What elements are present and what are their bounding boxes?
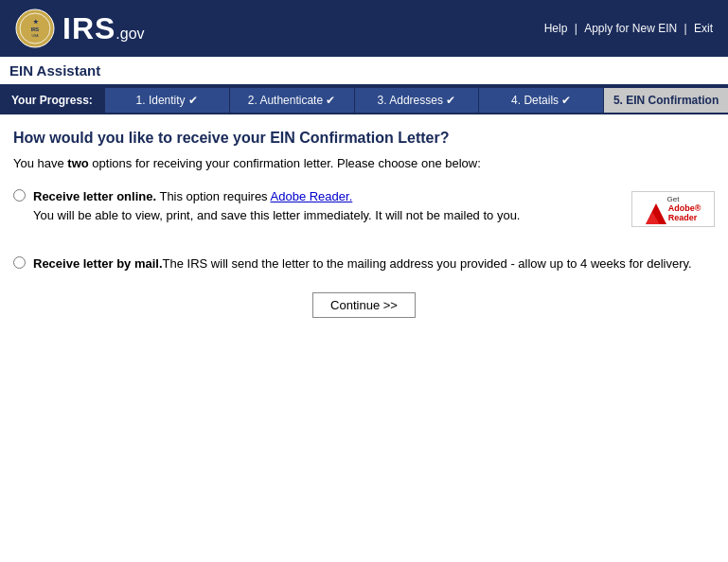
option2-text: Receive letter by mail.The IRS will send…	[33, 255, 692, 273]
adobe-reader-text: Adobe®Reader	[668, 204, 701, 223]
apply-ein-link[interactable]: Apply for New EIN	[584, 22, 677, 35]
exit-link[interactable]: Exit	[694, 22, 713, 35]
option2-row: Receive letter by mail.The IRS will send…	[13, 255, 715, 273]
progress-step-identity: 1. Identity ✔	[104, 88, 229, 113]
progress-steps: 1. Identity ✔ 2. Authenticate ✔ 3. Addre…	[104, 88, 728, 113]
irs-logo-text: IRS.gov	[62, 11, 145, 46]
irs-seal-icon: ★ IRS USA	[15, 9, 55, 48]
continue-button[interactable]: Continue >>	[312, 292, 416, 318]
svg-text:USA: USA	[31, 34, 39, 38]
option1-radio[interactable]	[13, 189, 26, 202]
button-row: Continue >>	[13, 292, 715, 318]
site-header: ★ IRS USA IRS.gov Help | Apply for New E…	[0, 0, 728, 57]
option2-label-normal: The IRS will send the letter to the mail…	[163, 256, 692, 271]
logo-area: ★ IRS USA IRS.gov	[15, 9, 145, 48]
page-title: EIN Assistant	[9, 62, 100, 79]
adobe-reader-link[interactable]: Adobe Reader.	[271, 189, 353, 203]
adobe-badge: Get Adobe®Reader	[631, 191, 715, 227]
option2-radio[interactable]	[13, 256, 26, 269]
help-link[interactable]: Help	[544, 22, 568, 35]
progress-step-details: 4. Details ✔	[478, 88, 603, 113]
svg-text:IRS: IRS	[31, 26, 40, 32]
progress-bar: Your Progress: 1. Identity ✔ 2. Authenti…	[0, 86, 728, 114]
header-nav: Help | Apply for New EIN | Exit	[544, 22, 713, 35]
adobe-icon	[646, 203, 666, 224]
option1-left: Receive letter online. This option requi…	[13, 187, 622, 239]
progress-step-ein-confirmation: 5. EIN Confirmation	[603, 88, 728, 113]
progress-step-addresses: 3. Addresses ✔	[354, 88, 479, 113]
option1-label-bold: Receive letter online.	[33, 189, 156, 203]
option1-row: Receive letter online. This option requi…	[13, 187, 622, 224]
adobe-get-text: Get	[667, 195, 680, 203]
main-heading: How would you like to receive your EIN C…	[13, 130, 715, 147]
intro-text: You have two options for receiving your …	[13, 156, 715, 170]
option1-text: Receive letter online. This option requi…	[33, 187, 520, 224]
option1-wrapper: Receive letter online. This option requi…	[13, 187, 715, 239]
adobe-logo: Adobe®Reader	[646, 203, 701, 224]
progress-step-authenticate: 2. Authenticate ✔	[229, 88, 354, 113]
emphasis-two: two	[67, 156, 88, 170]
page-title-bar: EIN Assistant	[0, 57, 728, 86]
main-content: How would you like to receive your EIN C…	[0, 114, 728, 333]
option2-label-bold: Receive letter by mail.	[33, 256, 163, 271]
progress-label: Your Progress:	[0, 94, 104, 107]
option1-subtext: You will be able to view, print, and sav…	[33, 208, 520, 222]
